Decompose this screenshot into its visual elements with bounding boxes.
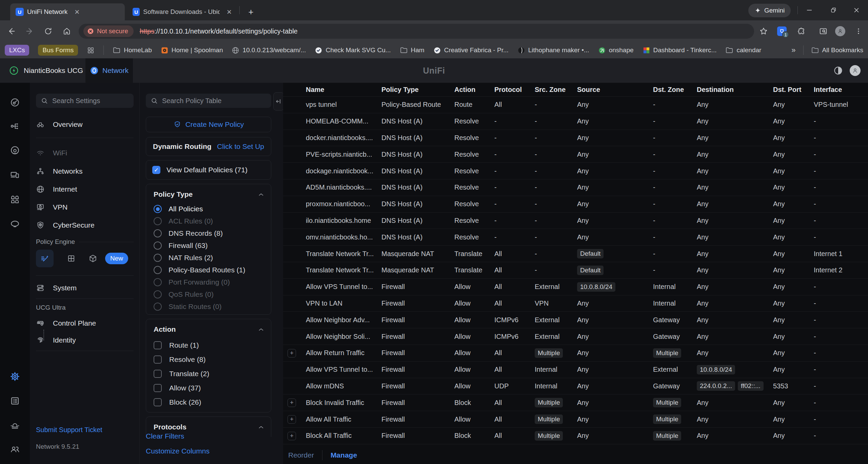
policy-type-option[interactable]: QoS Rules (0) xyxy=(154,289,214,299)
browser-menu-icon[interactable] xyxy=(853,26,864,37)
back-icon[interactable] xyxy=(6,26,17,37)
chevron-up-icon[interactable] xyxy=(257,326,265,333)
bookmark-item[interactable]: Check Mark SVG Cu... xyxy=(315,46,391,54)
unifi-devices-icon[interactable] xyxy=(9,144,21,156)
radio-button[interactable] xyxy=(154,205,162,213)
bookmark-item[interactable]: 10.0.0.213/webcam/... xyxy=(232,46,306,54)
chevron-up-icon[interactable] xyxy=(257,191,265,198)
table-row[interactable]: omv.nianticbooks.ho...DNS Host (A)Resolv… xyxy=(283,229,868,246)
checkbox[interactable] xyxy=(154,384,162,392)
expand-row-button[interactable]: + xyxy=(288,415,296,424)
table-row[interactable]: ilo.nianticbooks.homeDNS Host (A)Resolve… xyxy=(283,213,868,229)
table-row[interactable]: +Block Invalid TrafficFirewallBlockAllMu… xyxy=(283,394,868,411)
table-row[interactable]: +Allow All TrafficFirewallAllowAllMultip… xyxy=(283,411,868,428)
bookmark-item[interactable]: HomeLab xyxy=(113,46,152,54)
table-row[interactable]: HOMELAB-COMM...DNS Host (A)Resolve--Any-… xyxy=(283,113,868,130)
sidebar-item-internet[interactable]: Internet xyxy=(36,183,134,195)
window-close-button[interactable] xyxy=(850,4,863,16)
action-option[interactable]: Resolve (8) xyxy=(154,354,205,365)
bookmark-item[interactable]: Lithophane maker •... xyxy=(517,46,589,54)
policy-type-option[interactable]: ACL Rules (0) xyxy=(154,216,213,226)
radio-button[interactable] xyxy=(154,217,162,225)
tab-search-icon[interactable] xyxy=(818,26,829,37)
policy-type-option[interactable]: Policy-Based Routes (1) xyxy=(154,265,245,275)
clients-icon[interactable] xyxy=(9,169,21,181)
extensions-puzzle-icon[interactable] xyxy=(796,26,807,37)
window-minimize-button[interactable] xyxy=(803,4,815,16)
dynamic-routing-setup-link[interactable]: Click to Set Up xyxy=(217,142,264,151)
column-header-destination[interactable]: Destination xyxy=(697,86,773,94)
customize-columns-link[interactable]: Customize Columns xyxy=(146,447,210,455)
column-header-dst-port[interactable]: Dst. Port xyxy=(773,86,814,94)
policy-search-input[interactable]: Search Policy Table xyxy=(146,94,271,108)
expand-row-button[interactable]: + xyxy=(288,349,296,357)
checkbox[interactable] xyxy=(154,398,162,406)
table-row[interactable]: +Block All TrafficFirewallBlockAllMultip… xyxy=(283,428,868,444)
action-option[interactable]: Route (1) xyxy=(154,340,199,350)
bookmark-item[interactable]: onshape xyxy=(598,46,634,54)
table-row[interactable]: Translate Network Tr...Masquerade NATTra… xyxy=(283,262,868,279)
view-default-checkbox[interactable]: ✓ xyxy=(152,166,160,174)
submit-support-ticket-link[interactable]: Submit Support Ticket xyxy=(36,426,102,434)
sidebar-item-wifi[interactable]: WiFi xyxy=(36,147,134,159)
radio-button[interactable] xyxy=(154,290,162,298)
tab-close-icon[interactable]: ✕ xyxy=(226,8,232,16)
radio-button[interactable] xyxy=(154,241,162,250)
tab-software-downloads[interactable]: U Software Downloads - Ubiquiti ✕ xyxy=(127,3,237,20)
radio-button[interactable] xyxy=(154,266,162,274)
system-log-icon[interactable] xyxy=(9,395,21,407)
forward-icon[interactable] xyxy=(24,26,35,37)
expand-row-button[interactable]: + xyxy=(288,432,296,440)
column-header-source[interactable]: Source xyxy=(577,86,653,94)
dashboard-icon[interactable] xyxy=(9,96,21,109)
apps-grid-icon[interactable] xyxy=(87,46,95,54)
password-extension-icon[interactable]: 1 xyxy=(776,26,787,37)
sidebar-item-control-plane[interactable]: Control Plane xyxy=(36,317,134,329)
bookmark-group-chip[interactable]: LXCs xyxy=(5,45,29,56)
all-bookmarks-button[interactable]: All Bookmarks xyxy=(811,46,863,54)
collapse-panel-button[interactable] xyxy=(273,92,284,111)
table-row[interactable]: Allow Neighbor Soli...FirewallAllowICMPv… xyxy=(283,328,868,345)
policy-objects-button[interactable] xyxy=(84,250,102,267)
bookmark-item[interactable]: Creative Fabrica - Pr... xyxy=(433,46,509,54)
sidebar-item-identity[interactable]: Identity xyxy=(36,334,134,346)
column-header-name[interactable]: Name xyxy=(306,86,381,94)
table-row[interactable]: Allow VPS Tunnel to...FirewallAllowAllEx… xyxy=(283,279,868,295)
table-row[interactable]: AD5M.nianticbooks....DNS Host (A)Resolve… xyxy=(283,179,868,196)
manage-button[interactable]: Manage xyxy=(331,451,357,459)
reorder-button[interactable]: Reorder xyxy=(288,451,314,459)
bookmark-item[interactable]: calendar xyxy=(725,46,761,54)
home-icon[interactable] xyxy=(61,26,72,37)
table-row[interactable]: vps tunnelPolicy-Based RouteRouteAll-Any… xyxy=(283,97,868,113)
sidebar-item-vpn[interactable]: VPN xyxy=(36,201,134,213)
chevron-up-icon[interactable] xyxy=(257,424,265,431)
clear-filters-link[interactable]: Clear Filters xyxy=(146,432,184,440)
policy-type-option[interactable]: Port Forwarding (0) xyxy=(154,277,230,287)
table-row[interactable]: Allow mDNSFirewallAllowUDPInternalAnyGat… xyxy=(283,378,868,395)
radio-button[interactable] xyxy=(154,278,162,286)
sidebar-item-cybersecure[interactable]: CyberSecure xyxy=(36,219,134,231)
policy-type-option[interactable]: DNS Records (8) xyxy=(154,228,223,238)
window-restore-button[interactable] xyxy=(827,4,840,16)
table-row[interactable]: Allow VPS Tunnel to...FirewallAllowAllIn… xyxy=(283,362,868,378)
column-header-dst-zone[interactable]: Dst. Zone xyxy=(653,86,697,94)
profile-avatar[interactable] xyxy=(835,26,846,37)
network-app-tab[interactable]: Network xyxy=(85,58,133,83)
table-row[interactable]: +Allow Return TrafficFirewallAllowAllMul… xyxy=(283,345,868,362)
checkbox[interactable] xyxy=(154,370,162,378)
bookmark-item[interactable]: Ham xyxy=(400,46,425,54)
column-header-interface[interactable]: Interface xyxy=(814,86,868,94)
table-row[interactable]: proxmox.nianticboo...DNS Host (A)Resolve… xyxy=(283,196,868,213)
sidebar-item-networks[interactable]: Networks xyxy=(36,166,134,177)
admins-icon[interactable] xyxy=(9,443,21,455)
sidebar-item-overview[interactable]: Overview xyxy=(36,119,134,130)
topology-icon[interactable] xyxy=(9,120,21,132)
settings-icon[interactable] xyxy=(9,370,21,383)
reload-icon[interactable] xyxy=(43,26,54,37)
bookmarks-overflow-chevron[interactable]: » xyxy=(791,46,795,55)
table-row[interactable]: PVE-scripts.nianticb...DNS Host (A)Resol… xyxy=(283,146,868,163)
table-row[interactable]: docker.nianticbooks....DNS Host (A)Resol… xyxy=(283,130,868,147)
policy-type-option[interactable]: Static Routes (0) xyxy=(154,302,221,312)
notifications-icon[interactable] xyxy=(9,419,21,431)
radio-button[interactable] xyxy=(154,254,162,262)
